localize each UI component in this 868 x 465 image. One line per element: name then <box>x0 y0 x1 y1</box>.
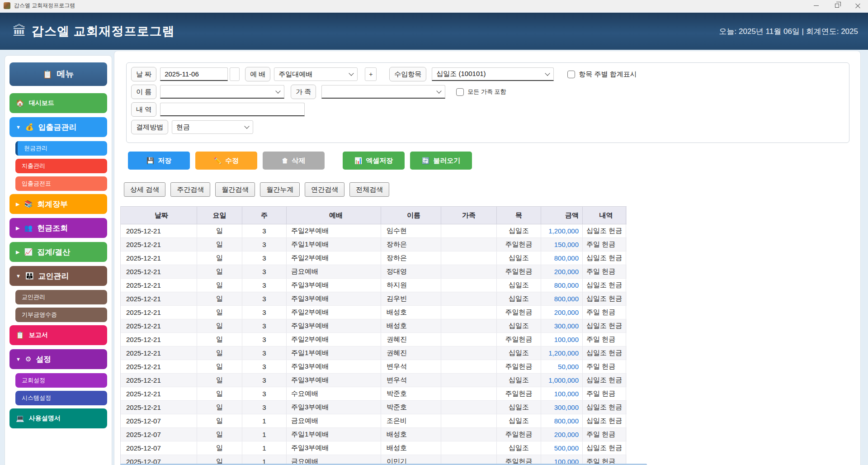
table-row[interactable]: 2025-12-21일3주일2부예배권혜진주일헌금100,000주일 헌금 <box>121 333 627 346</box>
column-header-4[interactable]: 이름 <box>381 207 441 224</box>
delete-button[interactable]: 🗑 삭제 <box>263 152 325 170</box>
search-tab-2[interactable]: 월간검색 <box>215 182 255 197</box>
table-cell: 3 <box>242 360 287 373</box>
minimize-button[interactable] <box>806 0 826 11</box>
column-header-3[interactable]: 예배 <box>287 207 381 224</box>
table-cell: 배성호 <box>381 306 441 319</box>
sidebar-item-member-management[interactable]: ▼ 👪 교인관리 <box>9 266 107 286</box>
sidebar-item-offering-management[interactable]: 헌금관리 <box>15 141 107 156</box>
worship-select[interactable]: 주일대예배 <box>274 67 358 81</box>
table-row[interactable]: 2025-12-21일3수요예배박준호주일헌금100,000주일 헌금 <box>121 387 627 401</box>
description-input[interactable] <box>160 103 305 116</box>
date-picker-button[interactable] <box>230 67 240 81</box>
table-cell: 1 <box>242 428 287 441</box>
table-cell: 주일3부예배 <box>287 319 381 332</box>
chevron-down-icon <box>349 71 354 76</box>
income-item-select[interactable]: 십일조 (100101) <box>432 67 554 81</box>
payment-method-select[interactable]: 현금 <box>172 120 253 134</box>
column-header-8[interactable]: 내역 <box>583 207 626 224</box>
all-family-label: 모든 가족 포함 <box>467 88 506 96</box>
today-fiscal-info: 오늘: 2025년 11월 06일 | 회계연도: 2025 <box>719 26 858 37</box>
sidebar-item-member-management-sub[interactable]: 교인관리 <box>15 290 107 304</box>
family-select[interactable] <box>321 85 445 99</box>
expand-arrow-icon: ▶ <box>16 225 19 231</box>
form-row-1: 날 짜 2025-11-06 예 배 주일대예배 + 수입항목 십일조 (100… <box>131 67 844 81</box>
table-row[interactable]: 2025-12-21일3주일3부예배박준호십일조300,000십일조 헌금 <box>121 401 627 414</box>
table-cell: 2025-12-21 <box>121 292 197 305</box>
dashboard-icon: 🏠 <box>16 99 24 107</box>
sidebar-item-dashboard[interactable]: 🏠 대시보드 <box>9 93 107 113</box>
table-cell: 박준호 <box>381 387 441 400</box>
table-row[interactable]: 2025-12-21일3주일3부예배변우석십일조1,000,000십일조 헌금 <box>121 374 627 387</box>
table-row[interactable]: 2025-12-21일3주일3부예배배성호십일조300,000십일조 헌금 <box>121 319 627 333</box>
table-cell: 주일 헌금 <box>583 428 626 441</box>
column-header-7[interactable]: 금액 <box>541 207 583 224</box>
search-tab-4[interactable]: 연간검색 <box>305 182 344 197</box>
sidebar-item-system-settings[interactable]: 시스템설정 <box>15 391 107 405</box>
table-cell: 십일조 헌금 <box>583 414 626 427</box>
load-button[interactable]: 🔄 불러오기 <box>410 152 472 170</box>
table-row[interactable]: 2025-12-07일1주일1부예배배성호주일헌금200,000주일 헌금 <box>121 428 627 441</box>
table-cell: 주일 헌금 <box>583 333 626 346</box>
table-row[interactable]: 2025-12-21일3주일3부예배하지원십일조800,000십일조 헌금 <box>121 279 627 292</box>
table-row[interactable]: 2025-12-21일3주일2부예배임수현십일조1,200,000십일조 헌금 <box>121 224 627 238</box>
table-row[interactable]: 2025-12-21일3주일3부예배김우빈십일조800,000십일조 헌금 <box>121 292 627 306</box>
table-row[interactable]: 2025-12-21일3주일1부예배장하은주일헌금150,000주일 헌금 <box>121 238 627 251</box>
date-input[interactable]: 2025-11-06 <box>160 67 228 81</box>
search-tab-3[interactable]: 월간누계 <box>260 182 300 197</box>
save-button[interactable]: 💾 저장 <box>128 152 190 170</box>
sidebar-item-user-manual[interactable]: 💻 사용설명서 <box>9 408 107 428</box>
restore-button[interactable] <box>826 0 847 11</box>
sidebar-item-aggregate-settlement[interactable]: ▶ 📈 집계/결산 <box>9 242 107 262</box>
edit-button[interactable]: ✏️ 수정 <box>195 152 257 170</box>
column-header-5[interactable]: 가족 <box>441 207 497 224</box>
table-cell: 주일3부예배 <box>287 401 381 414</box>
excel-save-button[interactable]: 📊 엑셀저장 <box>343 152 405 170</box>
sidebar-item-inout-slip[interactable]: 입출금전표 <box>15 176 107 191</box>
excel-save-icon: 📊 <box>354 157 362 164</box>
sidebar-item-report[interactable]: 📋 보고서 <box>9 325 107 345</box>
table-row[interactable]: 2025-12-21일3금요예배정대영주일헌금200,000주일 헌금 <box>121 265 627 279</box>
table-cell: 십일조 헌금 <box>583 279 626 292</box>
sidebar-item-offering-inquiry[interactable]: ▶ 👥 헌금조회 <box>9 218 107 238</box>
expand-arrow-icon: ▶ <box>16 201 19 207</box>
table-cell: 3 <box>242 251 287 265</box>
sidebar-item-account-book[interactable]: ▶ 📚 회계장부 <box>9 194 107 214</box>
sidebar-item-donation-receipt[interactable]: 기부금영수증 <box>15 308 107 322</box>
table-row[interactable]: 2025-12-21일3주일1부예배권혜진십일조1,200,000십일조 헌금 <box>121 346 627 360</box>
column-header-2[interactable]: 주 <box>242 207 287 224</box>
expand-arrow-icon: ▼ <box>16 273 21 279</box>
table-cell: 조은비 <box>381 414 441 427</box>
add-worship-button[interactable]: + <box>365 67 377 81</box>
table-cell: 일 <box>197 414 242 427</box>
sidebar-item-inout-management[interactable]: ▼ 💰 입출금관리 <box>9 117 107 137</box>
all-family-checkbox[interactable] <box>456 88 464 96</box>
table-cell: 100,000 <box>541 387 583 400</box>
description-label: 내 역 <box>131 102 156 117</box>
search-tab-5[interactable]: 전체검색 <box>349 182 389 197</box>
table-row[interactable]: 2025-12-21일3주일2부예배배성호주일헌금200,000주일 헌금 <box>121 306 627 319</box>
sidebar-item-expense-management[interactable]: 지출관리 <box>15 159 107 173</box>
table-cell: 주일1부예배 <box>287 346 381 360</box>
table-row[interactable]: 2025-12-21일3주일3부예배변우석주일헌금50,000주일 헌금 <box>121 360 627 374</box>
column-header-1[interactable]: 요일 <box>197 207 242 224</box>
search-tab-1[interactable]: 주간검색 <box>170 182 210 197</box>
table-cell: 3 <box>242 306 287 319</box>
table-cell: 십일조 <box>497 441 541 455</box>
column-header-0[interactable]: 날짜 <box>121 207 197 224</box>
table-row[interactable]: 2025-12-07일1금요예배조은비십일조800,000십일조 헌금 <box>121 414 627 428</box>
name-select[interactable] <box>160 85 284 99</box>
income-item-label: 수입항목 <box>389 67 426 81</box>
clipboard-icon: 📋 <box>42 70 52 79</box>
table-cell: 일 <box>197 387 242 400</box>
sidebar-item-church-settings[interactable]: 교회설정 <box>15 373 107 388</box>
delete-icon: 🗑 <box>282 157 288 164</box>
column-header-6[interactable]: 목 <box>497 207 541 224</box>
sidebar-item-settings[interactable]: ▼ ⚙ 설정 <box>9 349 107 369</box>
table-row[interactable]: 2025-12-07일1주일3부예배배성호십일조500,000십일조 헌금 <box>121 441 627 455</box>
worship-value: 주일대예배 <box>278 70 312 79</box>
table-row[interactable]: 2025-12-21일3주일2부예배장하은십일조800,000십일조 헌금 <box>121 251 627 265</box>
weekly-total-checkbox[interactable] <box>567 71 575 78</box>
search-tab-0[interactable]: 상세 검색 <box>124 182 165 197</box>
close-button[interactable] <box>847 0 868 11</box>
